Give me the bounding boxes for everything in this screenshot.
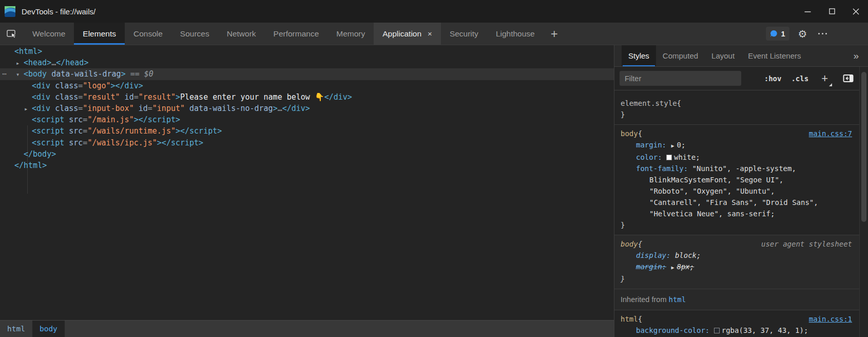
expand-triangle-icon[interactable]: ▸ — [24, 103, 32, 115]
css-selector[interactable]: element.style — [621, 98, 677, 109]
dom-node-row[interactable]: <html> — [0, 46, 614, 57]
sidebar-dock-icon[interactable] — [843, 74, 854, 83]
code-token: "result" — [83, 92, 120, 102]
toggle-pseudo-state-button[interactable]: :hov — [764, 74, 782, 83]
code-token: <div — [32, 92, 50, 102]
tab-console[interactable]: Console — [125, 23, 171, 45]
css-property[interactable]: color: white; — [621, 152, 852, 163]
close-icon — [853, 8, 859, 15]
expand-triangle-icon[interactable]: ▸ — [16, 58, 24, 69]
css-selector[interactable]: html — [621, 313, 638, 325]
collapse-triangle-icon[interactable]: ▾ — [16, 69, 24, 80]
dom-node-row[interactable]: ▸<div class="input-box" id="input" data-… — [0, 103, 614, 114]
code-token: <script — [32, 138, 64, 147]
dom-node-row[interactable]: <div class="result" id="result">Please e… — [0, 91, 614, 103]
code-token: "/main.js" — [87, 115, 133, 124]
scrollbar-thumb[interactable] — [861, 72, 866, 222]
dom-node-row[interactable]: <div class="logo"></div> — [0, 80, 614, 91]
code-token: </div> — [282, 104, 310, 113]
styles-filter-input[interactable] — [620, 71, 741, 86]
maximize-button[interactable] — [820, 0, 844, 23]
rule-header: body {user agent stylesheet — [621, 238, 852, 250]
stylesheet-link[interactable]: main.css:7 — [809, 128, 852, 139]
css-property[interactable]: font-family: "Nunito", -apple-system, — [621, 163, 852, 174]
more-panel-tabs-icon[interactable]: » — [844, 45, 868, 66]
tab-label: Sources — [180, 29, 209, 39]
tab-network[interactable]: Network — [218, 23, 265, 45]
close-brace: } — [621, 109, 852, 120]
code-token: "/wails/runtime.js" — [87, 126, 176, 136]
css-rule: element.style {} — [614, 90, 859, 125]
dom-node-row[interactable]: </body> — [0, 148, 614, 160]
inspect-element-button[interactable] — [0, 23, 24, 45]
code-token: 👇 — [315, 92, 324, 102]
tab-memory[interactable]: Memory — [327, 23, 374, 45]
breadcrumb-item-body[interactable]: body — [32, 321, 65, 337]
css-property-wrap-line: BlinkMacSystemFont, "Segoe UI", — [621, 174, 852, 185]
tab-elements[interactable]: Elements — [74, 23, 125, 45]
tab-label: Memory — [336, 29, 365, 39]
dom-node-row[interactable]: <script src="/wails/ipc.js"></script> — [0, 137, 614, 148]
code-token: src — [64, 126, 83, 136]
css-selector[interactable]: body — [621, 128, 638, 139]
tab-welcome[interactable]: Welcome — [24, 23, 74, 45]
tab-security[interactable]: Security — [441, 23, 487, 45]
tab-lighthouse[interactable]: Lighthouse — [487, 23, 544, 45]
breadcrumb-item-html[interactable]: html — [0, 321, 32, 337]
tab-label: Elements — [83, 29, 116, 39]
code-token: = — [78, 81, 83, 90]
rule-header: body {main.css:7 — [621, 128, 852, 139]
close-window-button[interactable] — [844, 0, 868, 23]
tab-performance[interactable]: Performance — [265, 23, 328, 45]
more-options-menu-icon[interactable] — [816, 33, 830, 35]
selected-node-marker: == $0 — [126, 69, 153, 79]
code-token: <html> — [14, 47, 42, 56]
code-token: "input-box" — [83, 104, 133, 113]
dom-node-row[interactable]: ▸<head>…</head> — [0, 57, 614, 68]
dom-node-row[interactable]: <script src="/wails/runtime.js"></script… — [0, 125, 614, 137]
styles-tab-computed[interactable]: Computed — [656, 45, 705, 66]
minimize-button[interactable] — [796, 0, 820, 23]
elements-panel: <html>▸<head>…</head>⋯▾<body data-wails-… — [0, 45, 614, 337]
node-menu-dots-icon[interactable]: ⋯ — [2, 68, 6, 80]
toggle-element-classes-button[interactable]: .cls — [791, 74, 808, 83]
new-style-rule-button[interactable]: + — [818, 72, 831, 85]
css-property[interactable]: display: block; — [621, 250, 852, 261]
color-swatch[interactable] — [666, 155, 672, 160]
color-swatch[interactable] — [714, 328, 720, 333]
code-token: > — [273, 104, 278, 113]
code-token: class — [50, 104, 78, 113]
styles-tab-styles[interactable]: Styles — [622, 45, 656, 66]
css-property[interactable]: background-color: rgba(33, 37, 43, 1); — [621, 325, 852, 336]
code-token: data-wails-no-drag — [185, 104, 273, 113]
expand-longhand-icon[interactable]: ▶ — [671, 265, 674, 270]
code-token: > — [176, 92, 180, 102]
styles-tab-event-listeners[interactable]: Event Listeners — [741, 45, 807, 66]
dom-node-row[interactable]: <script src="/main.js"></script> — [0, 114, 614, 125]
dom-node-row[interactable]: </html> — [0, 160, 614, 171]
inspect-cursor-icon — [6, 28, 17, 40]
styles-sidebar: StylesComputedLayoutEvent Listeners » :h… — [614, 45, 868, 337]
dom-node-row[interactable]: ⋯▾<body data-wails-drag> == $0 — [0, 68, 614, 80]
tab-sources[interactable]: Sources — [171, 23, 218, 45]
settings-gear-icon[interactable]: ⚙ — [798, 29, 807, 39]
styles-tab-layout[interactable]: Layout — [705, 45, 741, 66]
css-selector[interactable]: body — [621, 238, 638, 250]
stylesheet-link[interactable]: main.css:1 — [809, 313, 852, 325]
open-brace: { — [677, 98, 681, 109]
issues-counter-button[interactable]: 1 — [766, 27, 789, 41]
open-brace: { — [638, 238, 642, 250]
inherited-node-link[interactable]: html — [669, 295, 686, 304]
code-token: <script — [32, 115, 64, 124]
code-token: <head> — [24, 58, 51, 67]
tab-application[interactable]: Application× — [374, 23, 441, 45]
close-tab-icon[interactable]: × — [428, 29, 432, 38]
add-tab-button[interactable]: + — [544, 23, 565, 45]
styles-scrollbar[interactable] — [859, 67, 868, 337]
property-value: 0; — [677, 141, 685, 149]
css-property[interactable]: margin: ▶8px; — [621, 261, 852, 273]
css-property-wrap-line: "Roboto", "Oxygen", "Ubuntu", — [621, 185, 852, 197]
code-token: id — [134, 104, 148, 113]
expand-longhand-icon[interactable]: ▶ — [671, 143, 674, 148]
css-property[interactable]: margin: ▶0; — [621, 139, 852, 152]
